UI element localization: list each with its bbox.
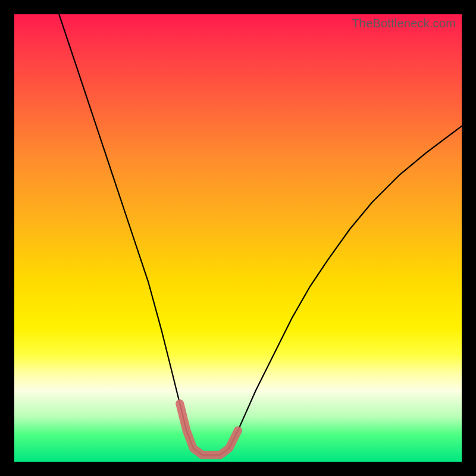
chart-plot-area: TheBottleneck.com [14,14,462,462]
valley-highlight-path [180,403,238,455]
curve-path [59,14,462,455]
bottleneck-curve-svg [14,14,462,462]
watermark-text: TheBottleneck.com [352,17,456,30]
